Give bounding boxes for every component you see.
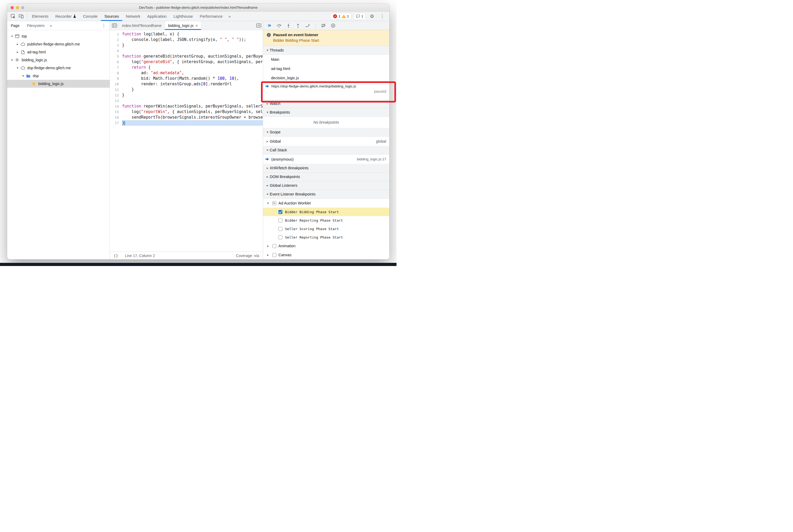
deactivate-breakpoints-button[interactable] — [320, 22, 327, 29]
close-tab-icon[interactable]: × — [195, 23, 198, 28]
xhr-breakpoints-section-header[interactable]: ▸ XHR/fetch Breakpoints — [263, 164, 389, 172]
more-navigator-tabs-button[interactable]: » — [48, 23, 54, 28]
tree-item-dsp[interactable]: ▾dsp — [7, 72, 110, 80]
line-number[interactable]: 6 — [110, 59, 122, 65]
resume-button[interactable] — [266, 22, 272, 29]
call-stack-frame[interactable]: (anonymous) bidding_logic.js:17 — [263, 154, 389, 164]
expand-icon[interactable]: ▸ — [266, 253, 270, 257]
tab-network[interactable]: Network — [122, 12, 144, 21]
tab-performance[interactable]: Performance — [196, 12, 226, 21]
tab-console[interactable]: Console — [79, 12, 101, 21]
tab-lighthouse[interactable]: Lighthouse — [170, 12, 196, 21]
thread-item-decision-logic-js[interactable]: decision_logic.js — [263, 73, 389, 82]
thread-item-bidding-logic-js[interactable]: https://dsp-fledge-demo.glitch.me/dsp/bi… — [263, 82, 389, 99]
checkbox-animation[interactable] — [272, 244, 276, 248]
line-number[interactable]: 10 — [110, 81, 122, 87]
line-number[interactable]: 5 — [110, 54, 122, 59]
toggle-debugger-sidebar-icon[interactable] — [256, 21, 263, 30]
file-icon — [31, 82, 37, 86]
step-out-button[interactable] — [295, 22, 301, 29]
tab-recorder[interactable]: Recorder — [52, 12, 80, 21]
expand-icon[interactable]: ▸ — [15, 42, 20, 46]
line-number[interactable]: 12 — [110, 92, 122, 98]
collapse-icon: ▾ — [265, 192, 270, 196]
checkbox-ad-auction-worklet[interactable] — [272, 201, 276, 205]
file-tree: ▾top▸publisher-fledge-demo.glitch.me▸ad-… — [7, 30, 110, 260]
line-number[interactable]: 4 — [110, 48, 122, 54]
threads-section-header[interactable]: ▾ Threads — [263, 46, 389, 55]
call-stack-section-header[interactable]: ▾ Call Stack — [263, 146, 389, 154]
navigator-more-options-icon[interactable]: ⋮ — [98, 23, 110, 28]
tab-elements[interactable]: Elements — [29, 12, 52, 21]
messages-badge[interactable]: 1 — [354, 13, 365, 20]
checkbox-seller-reporting-phase-start[interactable] — [279, 235, 282, 239]
checkbox-canvas[interactable] — [272, 253, 276, 257]
line-number[interactable]: 9 — [110, 76, 122, 81]
line-number[interactable]: 7 — [110, 65, 122, 70]
line-number[interactable]: 1 — [110, 32, 122, 37]
close-window-button[interactable] — [11, 6, 14, 9]
line-number[interactable]: 8 — [110, 70, 122, 76]
more-panels-button[interactable]: » — [226, 14, 233, 18]
more-options-icon[interactable]: ⋮ — [378, 13, 386, 20]
global-listeners-section-header[interactable]: ▸ Global Listeners — [263, 181, 389, 190]
toggle-navigator-icon[interactable] — [110, 21, 119, 30]
expand-icon[interactable]: ▸ — [15, 50, 20, 54]
settings-gear-icon[interactable]: ⚙ — [368, 13, 376, 20]
inspect-element-icon[interactable] — [9, 13, 17, 20]
tab-label: Sources — [105, 14, 119, 18]
code-text: log("generateBid", { interestGroup, auct… — [122, 59, 263, 65]
line-number[interactable]: 15 — [110, 109, 122, 115]
collapse-icon[interactable]: ▾ — [15, 66, 20, 70]
tree-item-bidding-logic-js[interactable]: ▾⚙bidding_logic.js — [7, 56, 110, 64]
tab-page[interactable]: Page — [7, 21, 23, 30]
code-editor[interactable]: 1function log(label, o) {2 console.log(l… — [110, 30, 263, 251]
pause-on-exceptions-button[interactable] — [330, 22, 336, 29]
collapse-icon[interactable]: ▾ — [21, 74, 25, 78]
collapse-icon[interactable]: ▾ — [266, 201, 270, 205]
scope-global-row[interactable]: ▸ Global global — [263, 137, 389, 146]
code-line: 6 log("generateBid", { interestGroup, au… — [110, 59, 263, 65]
tab-application[interactable]: Application — [144, 12, 170, 21]
thread-item-ad-tag-html[interactable]: ad-tag.html — [263, 64, 389, 73]
step-over-button[interactable] — [276, 22, 282, 29]
tab-index-html[interactable]: index.html?fencedframe — [119, 21, 165, 30]
line-number[interactable]: 17 — [110, 120, 122, 126]
device-toolbar-icon[interactable] — [17, 13, 25, 20]
tree-item-ad-tag-html[interactable]: ▸ad-tag.html — [7, 48, 110, 56]
dom-breakpoints-section-header[interactable]: ▸ DOM Breakpoints — [263, 172, 389, 181]
line-number[interactable]: 13 — [110, 98, 122, 103]
tree-item-publisher-fledge-demo-glitch-me[interactable]: ▸publisher-fledge-demo.glitch.me — [7, 40, 110, 48]
checkbox-seller-scoring-phase-start[interactable] — [279, 227, 282, 231]
line-number[interactable]: 3 — [110, 42, 122, 48]
tab-sources[interactable]: Sources — [101, 12, 122, 21]
event-listener-breakpoints-section-header[interactable]: ▾ Event Listener Breakpoints — [263, 190, 389, 198]
code-text: ad: "ad-metadata", — [122, 70, 263, 76]
issues-badge[interactable]: ✕ 1 1 — [331, 13, 351, 20]
tree-item-top[interactable]: ▾top — [7, 32, 110, 40]
watch-section-header[interactable]: ▸ Watch — [263, 99, 389, 108]
tab-label: Performance — [200, 14, 222, 18]
checkbox-bidder-reporting-phase-start[interactable] — [279, 218, 282, 223]
tab-bidding-logic-js[interactable]: bidding_logic.js × — [165, 21, 201, 30]
breakpoints-section-header[interactable]: ▾ Breakpoints — [263, 108, 389, 117]
expand-icon[interactable]: ▸ — [266, 244, 270, 248]
tab-filesystem[interactable]: Filesystem — [23, 21, 48, 30]
checkbox-bidder-bidding-phase-start[interactable] — [279, 210, 282, 214]
line-number[interactable]: 11 — [110, 87, 122, 92]
collapse-icon[interactable]: ▾ — [10, 58, 14, 62]
zoom-window-button[interactable] — [21, 6, 24, 9]
tree-item-dsp-fledge-demo-glitch-me[interactable]: ▾dsp-fledge-demo.glitch.me — [7, 64, 110, 72]
line-number[interactable]: 14 — [110, 103, 122, 109]
minimize-window-button[interactable] — [16, 6, 19, 9]
collapse-icon[interactable]: ▾ — [10, 34, 14, 38]
thread-item-main[interactable]: Main — [263, 55, 389, 64]
pretty-print-button[interactable]: {} — [114, 253, 118, 258]
scope-section-header[interactable]: ▾ Scope — [263, 128, 389, 137]
step-into-button[interactable] — [285, 22, 291, 29]
step-button[interactable] — [304, 22, 310, 29]
listener-event-seller-scoring-phase-start: Seller Scoring Phase Start — [263, 225, 389, 233]
line-number[interactable]: 16 — [110, 115, 122, 120]
tree-item-bidding-logic-js[interactable]: bidding_logic.js — [7, 80, 110, 88]
line-number[interactable]: 2 — [110, 37, 122, 42]
